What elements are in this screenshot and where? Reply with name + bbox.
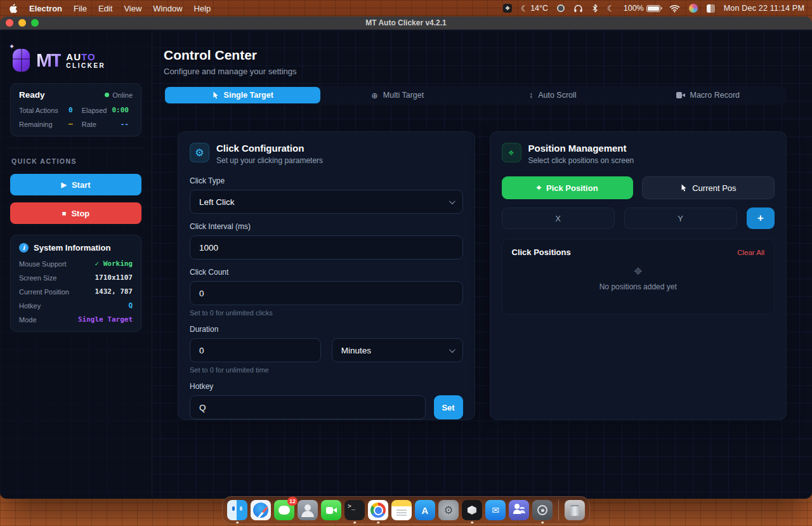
stop-icon: ■ — [62, 209, 67, 217]
info-icon: i — [19, 243, 29, 253]
elapsed-label: Elapsed — [82, 107, 107, 114]
siri-icon[interactable] — [689, 4, 698, 13]
x-coordinate-input[interactable] — [502, 207, 615, 229]
dock-system-settings-icon[interactable]: ⚙ — [438, 500, 459, 520]
cursor-icon — [212, 91, 219, 100]
click-positions-panel: Click Positions Clear All ⌖ No positions… — [502, 239, 775, 315]
chevron-down-icon — [449, 198, 455, 204]
menu-help[interactable]: Help — [194, 4, 211, 13]
menu-edit[interactable]: Edit — [98, 4, 112, 13]
dock-mail-icon[interactable]: ✉ — [485, 500, 506, 520]
system-info-card: i System Information Mouse Support ✓ Wor… — [10, 235, 141, 332]
empty-state-text: No positions added yet — [599, 282, 677, 291]
menu-view[interactable]: View — [124, 4, 141, 13]
dock-orbit-app-icon[interactable] — [532, 500, 553, 520]
logo-clicker-text: CLICKER — [66, 63, 105, 69]
tab-multi-target[interactable]: ⊕ Multi Target — [320, 87, 476, 103]
sysinfo-row: Current Position 1432, 787 — [19, 287, 133, 296]
page-subtitle: Configure and manage your settings — [164, 67, 787, 76]
sysinfo-row: Screen Size 1710x1107 — [19, 273, 133, 282]
focus-moon-icon[interactable]: ☾ — [607, 3, 615, 13]
stop-button[interactable]: ■ Stop — [10, 202, 141, 224]
window-manager-icon[interactable] — [707, 4, 715, 13]
current-position-value: 1432, 787 — [95, 287, 133, 296]
pick-position-button[interactable]: ⌖ Pick Position — [502, 176, 633, 199]
dock-notes-icon[interactable] — [391, 500, 412, 520]
video-camera-icon — [676, 92, 685, 98]
menu-window[interactable]: Window — [153, 4, 182, 13]
click-type-select[interactable]: Left Click — [190, 190, 463, 214]
wifi-icon[interactable] — [669, 3, 680, 13]
headphones-icon[interactable] — [573, 3, 583, 13]
click-interval-label: Click Interval (ms) — [190, 222, 463, 231]
running-indicator — [377, 522, 379, 524]
clear-all-button[interactable]: Clear All — [737, 249, 764, 256]
dock-trash-icon[interactable] — [565, 500, 585, 520]
y-coordinate-input[interactable] — [624, 207, 737, 229]
dock-contacts-icon[interactable] — [298, 500, 318, 520]
window-title: MT Auto Clicker v4.2.1 — [0, 18, 812, 27]
bluetooth-icon[interactable] — [592, 3, 598, 13]
start-button[interactable]: ▶ Start — [10, 174, 141, 195]
dock-messages-icon[interactable]: 12 — [274, 500, 294, 520]
click-type-label: Click Type — [190, 176, 463, 185]
crosshair-icon: ⌖ — [537, 183, 541, 193]
battery-status[interactable]: 100% — [624, 4, 660, 13]
status-card: Ready Online Total Actions 0 Elapsed 0:0… — [10, 83, 141, 136]
dock: 12 >_ A ⚙ ✉ — [222, 496, 590, 524]
menubar-clock[interactable]: Mon Dec 22 11:14 PM — [724, 4, 804, 13]
notification-badge: 12 — [287, 497, 298, 506]
screen-size-value: 1710x1107 — [95, 273, 133, 282]
menu-file[interactable]: File — [74, 4, 87, 13]
duration-hint: Set to 0 for unlimited time — [190, 366, 463, 374]
cursor-icon — [680, 184, 687, 192]
click-interval-input[interactable] — [190, 235, 463, 260]
duration-unit-select[interactable]: Minutes — [332, 338, 463, 362]
crosshair-icon: ⌖ — [634, 263, 643, 279]
running-indicator — [471, 522, 473, 524]
page-title: Control Center — [164, 48, 787, 63]
window-titlebar[interactable]: MT Auto Clicker v4.2.1 — [0, 16, 812, 30]
add-position-button[interactable]: + — [747, 207, 775, 229]
dock-teams-icon[interactable] — [509, 500, 529, 520]
dock-safari-icon[interactable] — [251, 500, 271, 520]
menubar-app-name[interactable]: Electron — [29, 4, 62, 13]
sidebar-divider — [8, 148, 144, 148]
dock-terminal-icon[interactable]: >_ — [344, 500, 365, 520]
logo-auto-purple: TO — [81, 51, 96, 62]
hotkey-value: Q — [128, 301, 133, 310]
current-pos-button[interactable]: Current Pos — [642, 176, 775, 199]
hotkey-set-button[interactable]: Set — [434, 395, 463, 419]
apple-menu-icon[interactable] — [8, 3, 18, 13]
tab-auto-scroll[interactable]: ↕ Auto Scroll — [475, 87, 631, 103]
dock-finder-icon[interactable] — [227, 500, 247, 520]
online-dot-icon — [105, 93, 109, 97]
click-config-subtitle: Set up your clicking parameters — [216, 156, 323, 165]
battery-icon — [646, 5, 660, 12]
click-count-input[interactable] — [190, 281, 463, 305]
updown-arrow-icon: ↕ — [529, 91, 533, 100]
duration-input[interactable] — [190, 338, 321, 362]
online-badge: Online — [105, 91, 133, 99]
system-info-title: System Information — [34, 243, 110, 253]
dock-app-store-icon[interactable]: A — [415, 500, 435, 520]
gear-icon: ⚙ — [190, 143, 209, 162]
dock-facetime-icon[interactable] — [321, 500, 341, 520]
click-config-title: Click Configuration — [216, 143, 323, 154]
statusbar-app-icon[interactable]: ❖ — [503, 4, 512, 13]
dock-chrome-icon[interactable] — [368, 500, 388, 520]
weather-status[interactable]: ☾ 14°C — [521, 3, 548, 13]
camera-status-icon[interactable] — [557, 4, 565, 12]
crosshair-icon: ⊕ — [371, 91, 377, 100]
rate-label: Rate — [82, 121, 107, 128]
main-content: Control Center Configure and manage your… — [152, 30, 812, 499]
tab-macro-record[interactable]: Macro Record — [631, 87, 786, 103]
dock-electron-app-icon[interactable] — [462, 500, 482, 520]
tab-single-target[interactable]: Single Target — [165, 87, 320, 103]
position-management-card: ⌖ Position Management Select click posit… — [490, 131, 787, 420]
total-actions-label: Total Actions — [19, 107, 58, 114]
hotkey-input[interactable] — [190, 395, 426, 419]
sysinfo-row: Hotkey Q — [19, 301, 133, 310]
moon-icon: ☾ — [521, 4, 528, 13]
desktop: Electron File Edit View Window Help ❖ ☾ … — [0, 0, 812, 526]
